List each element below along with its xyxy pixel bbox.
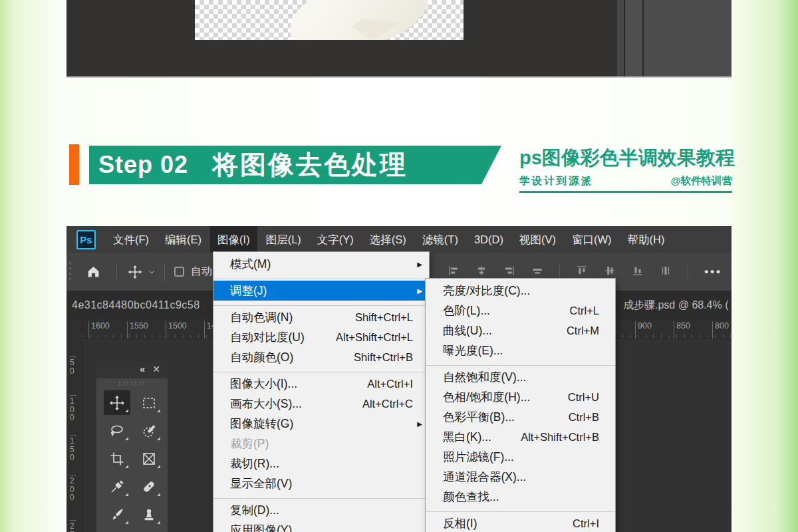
menubar-item-label: 滤镜(T)	[422, 233, 458, 245]
menubar-item-label: 视图(V)	[519, 233, 556, 245]
menu-item[interactable]: 亮度/对比度(C)...	[426, 281, 615, 301]
menubar-item[interactable]: 帮助(H)	[620, 226, 672, 253]
document-tab-title[interactable]: 4e31c84480bc0411c9c58	[72, 291, 200, 319]
distribute-vertical-icon[interactable]	[604, 265, 616, 279]
menu-item[interactable]: 颜色查找...	[426, 487, 615, 507]
menu-item[interactable]: 色阶(L)... Ctrl+L	[426, 301, 615, 321]
menu-item-label: 模式(M)	[230, 256, 271, 272]
menubar-item[interactable]: 文字(Y)	[310, 226, 361, 253]
menu-item-label: 显示全部(V)	[230, 475, 292, 491]
menubar-item-label: 选择(S)	[370, 233, 406, 245]
menu-item-shortcut: Ctrl+I	[573, 517, 599, 530]
auto-select-label: 自动	[191, 265, 212, 279]
ruler-number: 1500	[166, 321, 187, 338]
menu-item[interactable]: 曲线(U)... Ctrl+M	[426, 321, 615, 340]
menu-item[interactable]: 调整(J) ▶	[213, 281, 429, 301]
menubar-item[interactable]: 3D(D)	[467, 226, 511, 253]
menu-item[interactable]: 照片滤镜(F)...	[426, 447, 615, 467]
menubar-item-label: 帮助(H)	[627, 233, 664, 245]
transparency-checkerboard	[195, 0, 464, 40]
frame-tool-icon[interactable]	[136, 446, 162, 471]
lasso-tool-icon[interactable]	[104, 418, 130, 443]
menubar-item-label: 图层(L)	[266, 233, 301, 245]
panel-grip[interactable]	[96, 378, 168, 388]
menu-item[interactable]: 自然饱和度(V)...	[426, 367, 615, 387]
menu-item[interactable]: 色相/饱和度(H)... Ctrl+U	[426, 387, 615, 407]
close-panel-icon[interactable]: ✕	[152, 364, 160, 374]
menubar-item[interactable]: 文件(F)	[106, 226, 156, 253]
brush-tool-icon[interactable]	[104, 502, 130, 527]
menu-item[interactable]: 自动对比度(U) Alt+Shift+Ctrl+L	[213, 327, 429, 347]
menu-item[interactable]: 图像旋转(G) ▶	[213, 414, 429, 434]
menubar-item[interactable]: 编辑(E)	[158, 226, 209, 253]
menu-item[interactable]: 模式(M) ▶	[213, 254, 429, 274]
crop-tool-icon[interactable]	[104, 446, 130, 471]
banner-orange-accent	[69, 144, 79, 185]
move-tool-icon[interactable]	[104, 390, 130, 415]
menu-item[interactable]: 显示全部(V)	[213, 473, 429, 493]
menu-item[interactable]: 自动颜色(O) Shift+Ctrl+B	[213, 347, 429, 367]
menu-item[interactable]: 图像大小(I)... Alt+Ctrl+I	[213, 374, 429, 394]
align-bottom-icon[interactable]	[632, 265, 644, 279]
menu-item-label: 照片滤镜(F)...	[443, 449, 514, 465]
auto-select-checkbox[interactable]	[174, 267, 184, 277]
menu-item-label: 自动色调(N)	[230, 309, 293, 325]
menu-item[interactable]: 画布大小(S)... Alt+Ctrl+C	[213, 394, 429, 414]
menubar-item[interactable]: 滤镜(T)	[415, 226, 466, 253]
align-left-icon[interactable]	[448, 265, 460, 279]
align-center-horizontal-icon[interactable]	[475, 265, 487, 279]
home-icon[interactable]	[86, 265, 100, 279]
menu-item[interactable]: 自动色调(N) Shift+Ctrl+L	[213, 307, 429, 327]
menubar-item-label: 编辑(E)	[165, 233, 201, 245]
menu-item[interactable]: 曝光度(E)...	[426, 340, 615, 360]
ruler-number: 200	[70, 475, 76, 502]
menu-item-label: 调整(J)	[230, 283, 267, 299]
panel-column	[625, 0, 642, 76]
align-right-icon[interactable]	[503, 265, 515, 279]
menu-item[interactable]: 裁切(R)...	[213, 454, 429, 473]
menu-item[interactable]: 复制(D)...	[213, 500, 429, 520]
align-top-icon[interactable]	[576, 265, 588, 279]
distribute-horizontal-icon[interactable]	[531, 265, 543, 279]
chevron-down-icon[interactable]	[148, 268, 156, 276]
menu-item-label: 图像大小(I)...	[230, 376, 297, 392]
eyedropper-tool-icon[interactable]	[104, 474, 130, 499]
menu-item-label: 自然饱和度(V)...	[443, 369, 526, 385]
ruler-number: 900	[635, 321, 652, 338]
menu-item[interactable]: 通道混合器(X)...	[426, 467, 615, 487]
more-options-icon[interactable]: •••	[704, 265, 722, 279]
menubar-item[interactable]: 窗口(W)	[565, 226, 619, 253]
tutorial-title-block: ps图像彩色半调效果教程 学设计到源派 @软件特训营	[519, 145, 732, 193]
distribute-center-icon[interactable]	[660, 265, 672, 279]
toolbar-grip[interactable]	[69, 262, 71, 282]
menu-item[interactable]: 裁剪(P)	[213, 434, 429, 454]
photoshop-logo[interactable]: Ps	[76, 230, 96, 249]
quick-select-tool-icon[interactable]	[136, 418, 162, 443]
menu-item-label: 色相/饱和度(H)...	[443, 389, 530, 405]
menu-item-shortcut: Ctrl+M	[567, 325, 599, 337]
menu-item[interactable]: 色彩平衡(B)... Ctrl+B	[426, 407, 615, 427]
healing-brush-tool-icon[interactable]	[136, 474, 162, 499]
menubar-item[interactable]: 图层(L)	[259, 226, 309, 253]
menubar-item[interactable]: 选择(S)	[362, 226, 414, 253]
tutorial-title: ps图像彩色半调效果教程	[519, 145, 732, 172]
menu-item[interactable]: 反相(I) Ctrl+I	[426, 513, 615, 532]
ruler-number: 800	[712, 321, 729, 338]
clone-stamp-tool-icon[interactable]	[136, 502, 162, 527]
submenu-arrow-icon: ▶	[413, 261, 422, 268]
document-tab-title-right[interactable]: 成步骤.psd @ 68.4% (	[623, 291, 729, 319]
menu-item	[426, 507, 615, 513]
menubar-item[interactable]: 视图(V)	[512, 226, 563, 253]
tools-panel-header[interactable]: « ✕	[96, 361, 168, 378]
menu-item[interactable]: 黑白(K)... Alt+Shift+Ctrl+B	[426, 427, 615, 447]
menu-item[interactable]: 应用图像(Y)	[213, 520, 429, 532]
move-tool-icon[interactable]	[128, 265, 142, 279]
menu-item-label: 应用图像(Y)	[230, 522, 292, 532]
marquee-tool-icon[interactable]	[136, 390, 162, 415]
collapse-panel-icon[interactable]: «	[140, 364, 145, 374]
menu-item-label: 图像旋转(G)	[230, 416, 293, 432]
menu-item-shortcut: Alt+Shift+Ctrl+L	[336, 331, 413, 344]
menubar-item[interactable]: 图像(I)	[210, 226, 257, 253]
menu-item-label: 黑白(K)...	[443, 429, 491, 445]
artwork-shape	[283, 0, 436, 40]
